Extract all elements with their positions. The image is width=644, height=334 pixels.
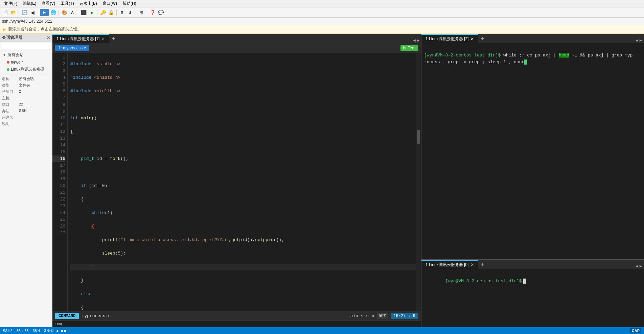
info-text: 要添加当前会话，点击左侧的箭头按钮。 bbox=[8, 26, 81, 32]
term-top-tab-1[interactable]: 1 Linux腾讯云服务器 [2] ✕ bbox=[421, 34, 478, 43]
toolbar-sep8 bbox=[147, 9, 147, 16]
sidebar-item-newdir[interactable]: newdir bbox=[0, 59, 52, 66]
session-arrow-up[interactable]: ▲ bbox=[55, 329, 59, 333]
term-top-tab-close[interactable]: ✕ bbox=[470, 37, 474, 41]
cmd-line: :wq bbox=[52, 320, 421, 327]
toolbar-sep1 bbox=[19, 9, 19, 16]
tab-nav[interactable]: ◀ ▶ bbox=[413, 38, 419, 43]
term-top-prev-icon[interactable]: ◀ bbox=[636, 38, 638, 43]
term-top-nav[interactable]: ◀ ▶ bbox=[636, 38, 644, 43]
code-editor[interactable]: 1: myprocess.c buffers 1 2 3 4 5 6 7 8 9 bbox=[52, 43, 421, 327]
term-bottom-prev-icon[interactable]: ◀ bbox=[636, 264, 638, 269]
cap-badge: CAP bbox=[630, 328, 641, 333]
toolbar-download[interactable]: ⬇ bbox=[127, 9, 134, 16]
term-top-cmd2: -1 && ps axj | grep myp bbox=[569, 53, 632, 58]
code-line-17: } bbox=[70, 277, 416, 284]
sidebar-item-all-sessions[interactable]: ▼ 所有会话 bbox=[0, 51, 52, 59]
toolbar-key[interactable]: 🔑 bbox=[99, 9, 107, 16]
prop-host-label: 主机 bbox=[2, 96, 19, 101]
term-bottom-nav[interactable]: ◀ ▶ bbox=[636, 264, 644, 269]
toolbar-new[interactable]: 📄 bbox=[1, 9, 9, 16]
term-top-next-icon[interactable]: ▶ bbox=[640, 38, 642, 43]
term-bottom-tab-add[interactable]: + bbox=[478, 261, 486, 269]
menu-tools[interactable]: 工具(T) bbox=[58, 0, 76, 7]
term-bottom-tab-1[interactable]: 1 Linux腾讯云服务器 [0] ✕ bbox=[421, 260, 478, 269]
menu-file[interactable]: 文件(F) bbox=[1, 0, 20, 7]
info-bar: ➤ 要添加当前会话，点击左侧的箭头按钮。 bbox=[0, 25, 644, 34]
term-top-head: head bbox=[559, 53, 569, 58]
status-bar: COMMAND myprocess.c main < c ◀ 59% 16/27… bbox=[52, 311, 421, 320]
tab-next-icon[interactable]: ▶ bbox=[417, 38, 419, 43]
session-arrow-left[interactable]: ◀ bbox=[60, 329, 63, 333]
sidebar-close-icon[interactable]: ✕ bbox=[47, 35, 50, 40]
prop-type-label: 类型 bbox=[2, 83, 19, 88]
tab-prev-icon[interactable]: ◀ bbox=[413, 38, 416, 43]
toolbar-sep7 bbox=[136, 9, 136, 16]
toolbar-open[interactable]: 📂 bbox=[9, 9, 17, 16]
toolbar-color[interactable]: 🎨 bbox=[61, 9, 68, 16]
toolbar-sep5 bbox=[97, 9, 97, 16]
prop-desc: 说明 bbox=[0, 121, 52, 127]
editor-tab-close[interactable]: ✕ bbox=[101, 37, 105, 41]
menu-view[interactable]: 查看(V) bbox=[39, 0, 58, 7]
menu-help[interactable]: 帮助(H) bbox=[120, 0, 139, 7]
prop-sub-label: 子项目 bbox=[2, 89, 19, 94]
progress-arrow-left[interactable]: ◀ bbox=[371, 313, 374, 318]
prop-sub: 子项目 2 bbox=[0, 89, 52, 95]
term-top-line2: rocess | grep -v grep ; sleep 1 ; done bbox=[424, 59, 524, 65]
toolbar-sep6 bbox=[116, 9, 117, 16]
term-bottom-tab-label: 1 Linux腾讯云服务器 [0] bbox=[426, 262, 468, 268]
progress-status: 59% bbox=[377, 313, 388, 319]
menu-edit[interactable]: 编辑(E) bbox=[20, 0, 39, 7]
line-numbers: 1 2 3 4 5 6 7 8 9 10 11 12 13 14 bbox=[52, 53, 68, 311]
toolbar-globe[interactable]: 🌐 bbox=[49, 9, 57, 16]
toolbar-font[interactable]: A bbox=[69, 9, 76, 16]
editor-tab-1[interactable]: 1 Linux腾讯云服务器 [1] ✕ bbox=[52, 34, 109, 43]
toolbar-back[interactable]: ◀ bbox=[29, 9, 36, 16]
term-top-tab-label: 1 Linux腾讯云服务器 [2] bbox=[426, 36, 468, 42]
tab-add-button[interactable]: + bbox=[109, 35, 117, 43]
code-line-13: { bbox=[70, 223, 416, 230]
buffers-button[interactable]: buffers bbox=[400, 45, 418, 51]
prop-auth-value: SSH bbox=[19, 109, 27, 114]
code-area: 1 2 3 4 5 6 7 8 9 10 11 12 13 14 bbox=[52, 53, 421, 311]
sidebar-header: 会话管理器 ✕ bbox=[0, 34, 52, 42]
term-bottom-tab-close[interactable]: ✕ bbox=[470, 262, 474, 267]
code-line-16: } bbox=[70, 264, 416, 270]
toolbar-stop[interactable]: ⬛ bbox=[80, 9, 87, 16]
cmd-text: :wq bbox=[54, 321, 62, 327]
code-line-11: { bbox=[70, 196, 416, 203]
editor-scrollbar[interactable] bbox=[416, 53, 421, 311]
sidebar-search-input[interactable] bbox=[1, 43, 51, 49]
code-line-6: { bbox=[70, 128, 416, 135]
term-top-tab-add[interactable]: + bbox=[478, 35, 486, 43]
toolbar-record[interactable]: ● bbox=[88, 9, 95, 16]
status-dot-red bbox=[7, 61, 9, 64]
prop-type: 类型 文件夹 bbox=[0, 82, 52, 89]
sidebar-item-linux[interactable]: Linux腾讯云服务器 bbox=[0, 66, 52, 73]
editor-scrollbar-thumb[interactable] bbox=[417, 130, 420, 144]
toolbar-sep3 bbox=[59, 9, 59, 16]
prop-auth: 办法 SSH bbox=[0, 108, 52, 114]
toolbar-connect[interactable]: ▶ bbox=[40, 9, 49, 16]
code-content[interactable]: 1 2 3 4 5 6 7 8 9 10 11 12 13 14 bbox=[52, 53, 416, 311]
menu-tabs[interactable]: 选项卡(B) bbox=[77, 0, 100, 7]
code-lines: #include <stdio.h> #include <unistd.h> #… bbox=[68, 53, 416, 311]
prop-name-label: 名称 bbox=[2, 76, 19, 81]
editor-area: 1 Linux腾讯云服务器 [1] ✕ + ◀ ▶ 1: myprocess.c… bbox=[52, 34, 421, 327]
toolbar-upload[interactable]: ⬆ bbox=[118, 9, 126, 16]
toolbar-help[interactable]: ❓ bbox=[149, 9, 156, 16]
toolbar-lock[interactable]: 🔒 bbox=[107, 9, 115, 16]
code-header: 1: myprocess.c buffers bbox=[52, 43, 421, 53]
term-bottom-content[interactable]: [wyn@VM-8-2-centos test_dir]$ bbox=[421, 269, 644, 327]
menu-window[interactable]: 窗口(W) bbox=[100, 0, 120, 7]
toolbar-grid[interactable]: ⊞ bbox=[138, 9, 145, 16]
status-dims: 85 x 38 bbox=[17, 329, 29, 333]
term-top-content[interactable]: [wyn@VM-8-2-centos test_dir]$ while ;; d… bbox=[421, 43, 644, 259]
term-top-line1: [wyn@VM-8-2-centos test_dir]$ bbox=[424, 53, 501, 58]
session-arrow-right[interactable]: ▶ bbox=[64, 329, 67, 333]
toolbar-refresh[interactable]: 🔄 bbox=[21, 9, 28, 16]
toolbar-chat[interactable]: 💬 bbox=[157, 9, 164, 16]
term-bottom-next-icon[interactable]: ▶ bbox=[640, 264, 642, 269]
code-line-3: #include <stdlib.h> bbox=[70, 88, 416, 95]
